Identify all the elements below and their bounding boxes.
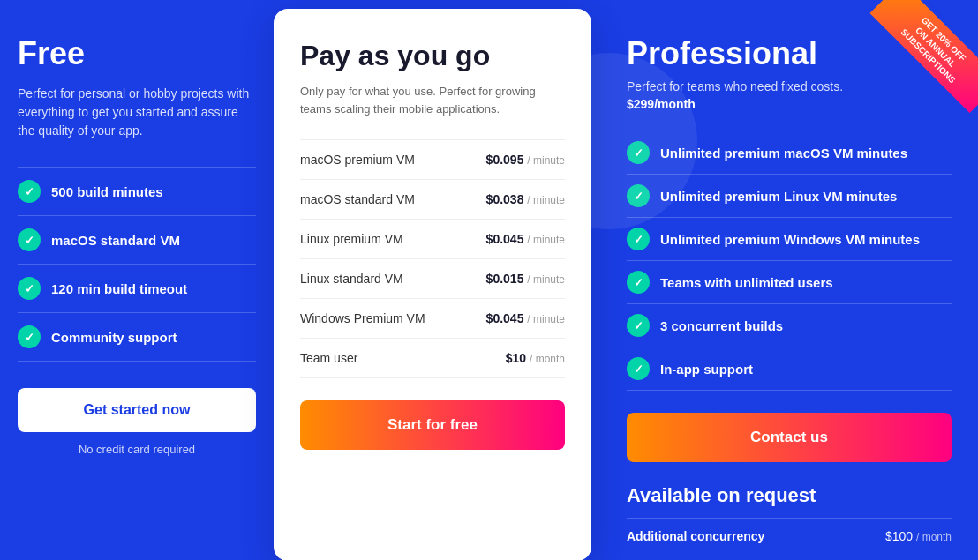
additional-price: $100 / month <box>885 529 952 543</box>
price-row-value: $0.038 / minute <box>486 192 565 206</box>
ribbon-text: GET 20% OFFON ANNUALSUBSCRIPTIONS <box>869 0 978 113</box>
price-list: macOS premium VM $0.095 / minute macOS s… <box>300 139 565 378</box>
price-row-team-user: Team user $10 / month <box>300 339 565 378</box>
additional-unit: / month <box>916 531 952 543</box>
price-unit: / minute <box>527 273 565 286</box>
price-amount: $0.095 <box>486 153 524 167</box>
start-free-button[interactable]: Start for free <box>300 400 565 450</box>
free-feature-label: 500 build minutes <box>51 184 163 199</box>
price-row-name: Windows Premium VM <box>300 311 425 325</box>
pro-feature-windows-unlimited: ✓ Unlimited premium Windows VM minutes <box>627 218 952 261</box>
price-amount: $0.038 <box>486 192 524 206</box>
free-feature-label: macOS standard VM <box>51 233 180 248</box>
price-row-name: macOS premium VM <box>300 153 415 167</box>
price-unit: / minute <box>527 194 565 206</box>
price-row-value: $0.045 / minute <box>486 232 565 246</box>
pro-feature-label: Unlimited premium Linux VM minutes <box>660 189 897 204</box>
payg-plan-title: Pay as you go <box>300 40 565 72</box>
check-icon: ✓ <box>627 141 650 164</box>
price-row-macos-premium: macOS premium VM $0.095 / minute <box>300 139 565 180</box>
free-feature-build-minutes: ✓ 500 build minutes <box>18 167 256 216</box>
additional-amount: $100 <box>885 529 913 543</box>
check-icon: ✓ <box>627 184 650 207</box>
check-icon: ✓ <box>18 180 41 203</box>
free-feature-community-support: ✓ Community support <box>18 313 256 362</box>
pro-feature-label: Unlimited premium macOS VM minutes <box>660 146 907 161</box>
pro-feature-label: 3 concurrent builds <box>660 318 783 333</box>
professional-plan-column: GET 20% OFFON ANNUALSUBSCRIPTIONS Profes… <box>591 0 978 560</box>
free-feature-build-timeout: ✓ 120 min build timeout <box>18 265 256 313</box>
free-features-list: ✓ 500 build minutes ✓ macOS standard VM … <box>18 167 256 362</box>
pricing-page: Free Perfect for personal or hobby proje… <box>0 0 978 560</box>
price-row-windows-premium: Windows Premium VM $0.045 / minute <box>300 299 565 339</box>
price-row-name: Linux premium VM <box>300 232 403 246</box>
get-started-button[interactable]: Get started now <box>18 388 256 432</box>
additional-concurrency-row: Additional concurrency $100 / month <box>627 518 952 543</box>
discount-ribbon: GET 20% OFFON ANNUALSUBSCRIPTIONS <box>854 0 978 123</box>
price-row-macos-standard: macOS standard VM $0.038 / minute <box>300 180 565 220</box>
available-on-request-section: Available on request Additional concurre… <box>627 484 952 543</box>
free-feature-label: 120 min build timeout <box>51 281 187 296</box>
check-icon: ✓ <box>627 271 650 294</box>
check-icon: ✓ <box>627 228 650 250</box>
pro-feature-macos-unlimited: ✓ Unlimited premium macOS VM minutes <box>627 131 952 175</box>
price-amount: $0.045 <box>486 311 524 325</box>
price-row-linux-standard: Linux standard VM $0.015 / minute <box>300 259 565 299</box>
price-unit: / month <box>530 353 565 365</box>
pro-feature-label: Teams with unlimited users <box>660 275 833 290</box>
pro-feature-inapp-support: ✓ In-app support <box>627 347 952 391</box>
price-row-name: macOS standard VM <box>300 192 415 206</box>
price-row-linux-premium: Linux premium VM $0.045 / minute <box>300 220 565 259</box>
pro-feature-linux-unlimited: ✓ Unlimited premium Linux VM minutes <box>627 175 952 218</box>
price-unit: / minute <box>527 154 565 167</box>
available-title: Available on request <box>627 484 952 507</box>
pro-feature-label: Unlimited premium Windows VM minutes <box>660 232 920 247</box>
price-amount: $10 <box>506 351 526 365</box>
pro-feature-label: In-app support <box>660 362 753 377</box>
check-icon: ✓ <box>627 357 650 380</box>
no-credit-card-text: No credit card required <box>18 443 256 456</box>
check-icon: ✓ <box>18 277 41 300</box>
payg-plan-column: Pay as you go Only pay for what you use.… <box>274 9 591 560</box>
price-unit: / minute <box>527 234 565 246</box>
free-feature-macos-vm: ✓ macOS standard VM <box>18 216 256 265</box>
price-row-value: $0.015 / minute <box>486 272 565 286</box>
free-plan-description: Perfect for personal or hobby projects w… <box>18 85 256 140</box>
price-row-name: Linux standard VM <box>300 272 403 286</box>
check-icon: ✓ <box>18 325 41 348</box>
price-amount: $0.015 <box>486 272 524 286</box>
price-row-value: $0.045 / minute <box>486 311 565 325</box>
price-row-value: $10 / month <box>506 351 565 365</box>
pro-feature-concurrent-builds: ✓ 3 concurrent builds <box>627 304 952 347</box>
price-row-name: Team user <box>300 351 357 365</box>
price-row-value: $0.095 / minute <box>486 153 565 167</box>
contact-us-button[interactable]: Contact us <box>627 413 952 462</box>
free-plan-title: Free <box>18 35 256 72</box>
price-unit: / minute <box>527 313 565 325</box>
pro-feature-unlimited-users: ✓ Teams with unlimited users <box>627 261 952 304</box>
check-icon: ✓ <box>627 314 650 337</box>
additional-label: Additional concurrency <box>627 529 764 543</box>
pro-features-list: ✓ Unlimited premium macOS VM minutes ✓ U… <box>627 131 952 391</box>
check-icon: ✓ <box>18 228 41 251</box>
free-feature-label: Community support <box>51 330 177 345</box>
payg-plan-description: Only pay for what you use. Perfect for g… <box>300 83 565 117</box>
free-plan-column: Free Perfect for personal or hobby proje… <box>0 0 274 560</box>
price-amount: $0.045 <box>486 232 524 246</box>
